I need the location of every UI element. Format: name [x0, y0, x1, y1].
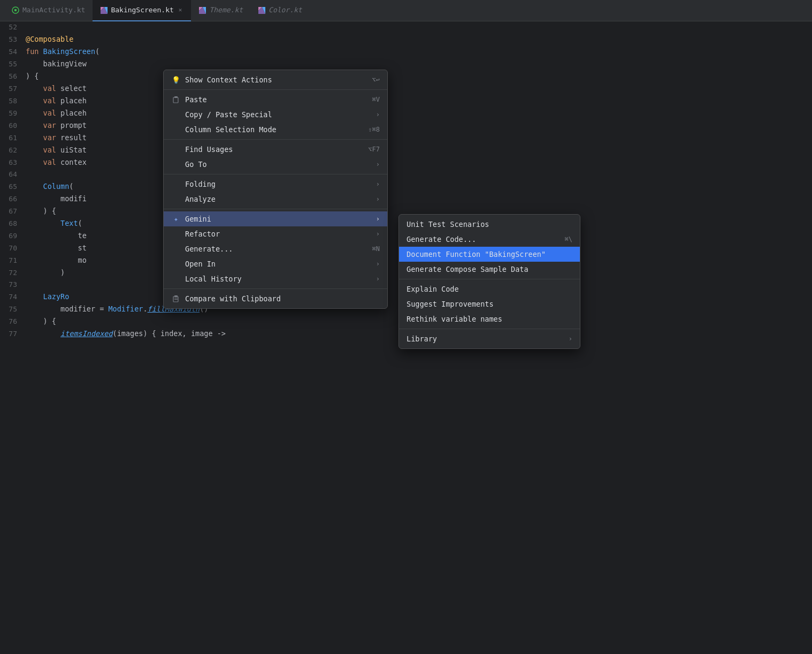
submenu-document-function[interactable]: Document Function "BakingScreen" — [399, 247, 580, 262]
menu-separator — [164, 209, 387, 209]
submenu-arrow-icon: › — [376, 161, 380, 168]
menu-label: Gemini — [185, 215, 211, 223]
submenu-arrow-icon: › — [376, 260, 380, 268]
menu-separator — [164, 89, 387, 90]
menu-label: Find Usages — [185, 145, 233, 154]
tab-theme[interactable]: Theme.kt — [191, 0, 250, 21]
submenu-label: Generate Compose Sample Data — [407, 265, 528, 273]
tab-label: Theme.kt — [209, 6, 243, 14]
menu-label: Copy / Paste Special — [185, 110, 272, 119]
android-icon — [12, 6, 19, 14]
tab-label: Color.kt — [269, 6, 302, 14]
code-line-56: 56 ) { — [0, 70, 812, 82]
menu-refactor[interactable]: Refactor › — [164, 226, 387, 241]
code-line-58: 58 val placeh tableStateOf( value: "Prov… — [0, 95, 812, 107]
code-line-52: 52 — [0, 21, 812, 33]
code-line-61: 61 var result f(placeholderResult) } — [0, 132, 812, 144]
menu-generate[interactable]: Generate... ⌘N — [164, 241, 387, 256]
menu-folding[interactable]: Folding › — [164, 177, 387, 192]
menu-find-usages[interactable]: Find Usages ⌥F7 — [164, 142, 387, 157]
submenu-arrow-icon: › — [376, 111, 380, 118]
code-line-63: 63 val contex — [0, 156, 812, 169]
submenu-generate-code[interactable]: Generate Code... ⌘\ — [399, 232, 580, 247]
code-line-62: 62 val uiStat AsState() — [0, 144, 812, 156]
menu-go-to[interactable]: Go To › — [164, 157, 387, 172]
menu-separator — [164, 174, 387, 174]
menu-label: Open In — [185, 260, 216, 268]
menu-label: Go To — [185, 160, 207, 169]
submenu-explain-code[interactable]: Explain Code — [399, 282, 580, 296]
gemini-star-icon: ✦ — [171, 215, 181, 223]
menu-shortcut: ⌥↩ — [372, 76, 380, 83]
submenu-label: Generate Code... — [407, 235, 476, 244]
svg-rect-14 — [174, 295, 178, 297]
menu-shortcut: ⌘N — [372, 245, 380, 253]
svg-rect-1 — [14, 9, 17, 11]
context-menu: 💡 Show Context Actions ⌥↩ Paste ⌘V Copy … — [163, 70, 388, 309]
code-line-60: 60 var prompt f(placeholderPrompt) } — [0, 119, 812, 132]
menu-separator — [164, 288, 387, 289]
submenu-library[interactable]: Library › — [399, 331, 580, 346]
menu-paste[interactable]: Paste ⌘V — [164, 92, 387, 107]
clipboard-icon — [171, 295, 181, 302]
tab-close-button[interactable]: ✕ — [177, 6, 184, 14]
submenu-arrow-icon: › — [376, 230, 380, 238]
menu-analyze[interactable]: Analyze › — [164, 192, 387, 207]
menu-shortcut: ⌘V — [372, 96, 380, 103]
menu-label: Column Selection Mode — [185, 125, 277, 134]
menu-separator — [164, 139, 387, 140]
menu-compare-clipboard[interactable]: Compare with Clipboard — [164, 291, 387, 306]
menu-copy-paste-special[interactable]: Copy / Paste Special › — [164, 107, 387, 122]
submenu-arrow-icon: › — [376, 180, 380, 188]
svg-rect-12 — [174, 96, 178, 98]
menu-column-selection[interactable]: Column Selection Mode ⇧⌘8 — [164, 122, 387, 137]
submenu-label: Rethink variable names — [407, 315, 502, 323]
menu-shortcut: ⇧⌘8 — [368, 126, 380, 133]
tab-color[interactable]: Color.kt — [250, 0, 310, 21]
submenu-label: Document Function "BakingScreen" — [407, 250, 546, 258]
menu-shortcut: ⌥F7 — [368, 146, 380, 153]
menu-local-history[interactable]: Local History › — [164, 271, 387, 286]
code-line-53: 53 @Composable — [0, 33, 812, 45]
code-line-66: 66 modifi — [0, 193, 812, 205]
menu-label: Local History — [185, 275, 242, 283]
kotlin-icon — [258, 6, 265, 14]
submenu-unit-test-scenarios[interactable]: Unit Test Scenarios — [399, 217, 580, 232]
submenu-arrow-icon: › — [569, 335, 572, 343]
code-line-65: 65 Column( — [0, 180, 812, 193]
submenu-label: Suggest Improvements — [407, 300, 494, 308]
tab-bar: MainActivity.kt BakingScreen.kt ✕ Theme.… — [0, 0, 812, 21]
submenu-shortcut: ⌘\ — [565, 235, 572, 243]
tab-baking-screen[interactable]: BakingScreen.kt ✕ — [93, 0, 191, 21]
submenu-arrow-icon: › — [376, 275, 380, 283]
submenu-label: Library — [407, 334, 437, 343]
submenu-generate-compose-sample[interactable]: Generate Compose Sample Data — [399, 262, 580, 277]
tab-label: MainActivity.kt — [22, 6, 85, 14]
paste-icon — [171, 96, 181, 103]
code-line-54: 54 fun BakingScreen( — [0, 45, 812, 58]
code-line-55: 55 bakingView — [0, 58, 812, 70]
kotlin-icon — [100, 6, 108, 14]
menu-show-context-actions[interactable]: 💡 Show Context Actions ⌥↩ — [164, 72, 387, 87]
lightbulb-icon: 💡 — [171, 76, 181, 84]
menu-open-in[interactable]: Open In › — [164, 256, 387, 271]
menu-gemini[interactable]: ✦ Gemini › — [164, 211, 387, 226]
submenu-label: Unit Test Scenarios — [407, 220, 489, 229]
submenu-arrow-icon: › — [376, 215, 380, 223]
menu-label: Compare with Clipboard — [185, 294, 281, 303]
menu-label: Folding — [185, 180, 216, 188]
submenu-arrow-icon: › — [376, 195, 380, 203]
submenu-separator — [399, 279, 580, 279]
menu-label: Generate... — [185, 245, 233, 253]
tab-main-activity[interactable]: MainActivity.kt — [4, 0, 93, 21]
code-line-59: 59 val placeh g.results_placeholder) — [0, 107, 812, 119]
submenu-rethink-variable-names[interactable]: Rethink variable names — [399, 311, 580, 326]
menu-label: Show Context Actions — [185, 75, 272, 84]
kotlin-icon — [198, 6, 206, 14]
submenu-suggest-improvements[interactable]: Suggest Improvements — [399, 296, 580, 311]
tab-label: BakingScreen.kt — [111, 6, 173, 14]
menu-label: Analyze — [185, 195, 216, 203]
gemini-submenu: Unit Test Scenarios Generate Code... ⌘\ … — [399, 214, 580, 349]
submenu-label: Explain Code — [407, 285, 459, 293]
menu-label: Paste — [185, 95, 207, 104]
